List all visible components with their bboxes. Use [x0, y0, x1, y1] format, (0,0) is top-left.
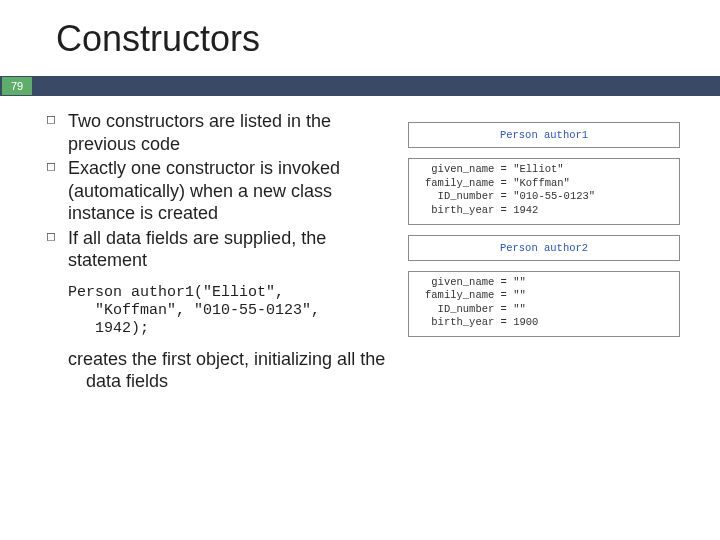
object1-fields-box: given_name = "Elliot" family_name = "Kof…: [408, 158, 680, 225]
code-snippet: Person author1("Elliot", "Koffman", "010…: [40, 274, 390, 348]
object2-fields: given_name = "" family_name = "" ID_numb…: [409, 272, 679, 337]
page-band: 79: [0, 76, 720, 96]
left-column: Two constructors are listed in the previ…: [40, 110, 400, 393]
object1-fields: given_name = "Elliot" family_name = "Kof…: [409, 159, 679, 224]
object-header-box: Person author1: [408, 122, 680, 148]
bullet-item: Two constructors are listed in the previ…: [40, 110, 390, 155]
bullet-list: Two constructors are listed in the previ…: [40, 110, 390, 272]
after-code-text: creates the first object, initializing a…: [58, 348, 390, 393]
content-area: Two constructors are listed in the previ…: [0, 96, 720, 393]
bullet-item: Exactly one constructor is invoked (auto…: [40, 157, 390, 225]
object-header-box: Person author2: [408, 235, 680, 261]
object1-declaration: Person author1: [409, 125, 679, 145]
object2-fields-box: given_name = "" family_name = "" ID_numb…: [408, 271, 680, 338]
page-number: 79: [2, 77, 32, 95]
right-column: Person author1 given_name = "Elliot" fam…: [400, 110, 680, 393]
bullet-item: If all data fields are supplied, the sta…: [40, 227, 390, 272]
slide-title: Constructors: [0, 0, 720, 76]
object2-declaration: Person author2: [409, 238, 679, 258]
